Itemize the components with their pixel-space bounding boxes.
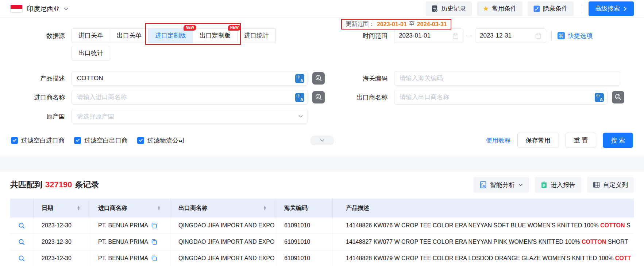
favorites-button[interactable]: ★ 常用条件 (477, 1, 522, 16)
cell-exporter: QINGDAO JIFA IMPORT AND EXPO (170, 234, 276, 250)
time-range-label: 时间范围 (321, 32, 394, 40)
origin-row: 原产国 请选择原产国 (0, 109, 321, 124)
quick-options-label: 快捷选项 (568, 32, 593, 40)
header-cell-empty (10, 199, 34, 218)
cell-importer: PT. BENUA PRIMA (90, 250, 170, 266)
advanced-search-button[interactable]: 高级搜索 (589, 1, 634, 16)
header-cell-hs-code: 海关编码 (276, 199, 333, 218)
hide-conditions-button[interactable]: 隐藏条件 (528, 1, 574, 16)
header-cell-product-desc: 产品描述 (333, 199, 634, 218)
fuzzy-search-toggle[interactable] (612, 91, 624, 103)
star-icon: ★ (483, 5, 489, 12)
cell-hs-code: 61091010 (276, 234, 333, 250)
smart-analysis-button[interactable]: BI 智能分析 (474, 177, 529, 193)
results-header: 共匹配到327190条记录 BI 智能分析 进入报告 自定义列 (10, 177, 634, 193)
exporter-row: 出口商名称 中A (321, 90, 644, 105)
search-button[interactable]: 搜 索 (603, 133, 633, 148)
tab-import-customs[interactable]: 进口关单 (72, 28, 110, 43)
filter-panel: 数据源 进口关单 出口关单 进口定制版NEW 出口定制版NEW 进口统计 出口统… (0, 17, 644, 148)
checkbox-filter-blank-importer[interactable]: 过滤空白进口商 (11, 136, 65, 145)
cell-exporter: QINGDAO JIFA IMPORT AND EXPO (170, 218, 276, 234)
product-desc-input[interactable] (72, 71, 308, 86)
origin-select[interactable]: 请选择原产国 (72, 109, 308, 124)
report-icon (541, 181, 547, 188)
product-desc-row: 产品描述 中A (0, 71, 321, 86)
sort-toggle[interactable]: ▲▼ (157, 206, 161, 211)
importer-input[interactable] (72, 90, 308, 105)
keyword-highlight: COTT (615, 255, 631, 261)
checkbox-filter-logistics[interactable]: 过滤物流公司 (137, 136, 185, 145)
date-dash: — (466, 32, 472, 39)
tab-import-statistics[interactable]: 进口统计 (237, 28, 276, 43)
data-source-label: 数据源 (0, 32, 72, 40)
checkbox-filter-blank-exporter[interactable]: 过滤空白出口商 (74, 136, 128, 145)
cell-importer: PT. BENUA PRIMA (90, 234, 170, 250)
copy-icon[interactable] (151, 255, 157, 261)
country-name: 印度尼西亚 (27, 4, 60, 13)
translate-icon[interactable]: 中A (295, 93, 304, 102)
checkbox-checked-icon (11, 137, 18, 144)
indonesia-flag-icon (10, 5, 23, 13)
keyword-highlight: COTTON (600, 222, 625, 228)
favorites-label: 常用条件 (492, 4, 517, 13)
time-end-input[interactable]: 2023-12-31 (475, 28, 546, 43)
collapse-filters-pill[interactable] (310, 136, 334, 145)
tab-export-customs[interactable]: 出口关单 (110, 28, 149, 43)
table-header-row: 日期 ▲▼ 进口商名称 ▲▼ 出口商名称 ▲▼ 海关编码 产品描述 (10, 199, 634, 218)
record-summary: 共匹配到327190条记录 (10, 179, 99, 190)
row-detail-magnifier-icon[interactable] (18, 222, 25, 229)
origin-label: 原产国 (0, 112, 72, 121)
hs-code-input[interactable] (394, 71, 620, 86)
save-common-button[interactable]: 保存常用 (517, 133, 559, 148)
history-button[interactable]: 历史记录 (426, 1, 472, 16)
tab-import-custom-edition[interactable]: 进口定制版NEW (148, 28, 193, 43)
country-selector[interactable]: 印度尼西亚 (27, 4, 69, 13)
cell-date: 2023-12-30 (34, 250, 90, 266)
data-source-row: 数据源 进口关单 出口关单 进口定制版NEW 出口定制版NEW 进口统计 (0, 28, 321, 43)
copy-icon[interactable] (151, 239, 157, 245)
translate-icon[interactable]: 中A (295, 74, 304, 83)
exporter-label: 出口商名称 (321, 93, 394, 102)
filter-bottom-row: 过滤空白进口商 过滤空白出口商 过滤物流公司 使用教程 保存常用 重 置 搜 索 (0, 132, 644, 148)
chevron-down-icon (320, 138, 325, 143)
update-range-to: 至 (409, 20, 415, 28)
data-source-tabs: 进口关单 出口关单 进口定制版NEW 出口定制版NEW 进口统计 (72, 28, 276, 43)
quick-options-button[interactable]: ⌘ 快捷选项 (558, 32, 593, 40)
cell-importer: PT. BENUA PRIMA (90, 218, 170, 234)
enter-report-button[interactable]: 进入报告 (535, 177, 581, 193)
chevron-down-icon (298, 114, 303, 119)
fuzzy-magnifier-icon (614, 93, 622, 101)
calendar-icon (535, 33, 541, 39)
sort-toggle[interactable]: ▲▼ (263, 206, 266, 211)
row-detail-magnifier-icon[interactable] (18, 255, 25, 262)
row-detail-magnifier-icon[interactable] (18, 239, 25, 246)
chevron-down-icon (63, 6, 69, 11)
columns-icon (593, 181, 600, 188)
quick-options-icon: ⌘ (558, 32, 565, 39)
tutorial-link[interactable]: 使用教程 (486, 136, 511, 145)
sort-toggle[interactable]: ▲▼ (77, 206, 80, 211)
update-range-end: 2024-03-31 (417, 21, 447, 28)
chevron-right-icon (623, 6, 627, 11)
advanced-search-label: 高级搜索 (595, 4, 620, 13)
calendar-icon (452, 33, 459, 39)
time-range-row: 时间范围 2023-01-01 — 2023-12-31 ⌘ 快捷选项 (321, 28, 644, 43)
table-row: 2023-12-30 PT. BENUA PRIMA QINGDAO JIFA … (10, 250, 634, 266)
exporter-input[interactable] (394, 90, 608, 105)
table-row: 2023-12-30 PT. BENUA PRIMA QINGDAO JIFA … (10, 234, 634, 250)
history-label: 历史记录 (441, 4, 466, 13)
hs-code-label: 海关编码 (321, 74, 394, 83)
hs-code-row: 海关编码 (321, 71, 644, 86)
update-range-box: 更新范围： 2023-01-01 至 2024-03-31 (341, 19, 451, 30)
translate-icon[interactable]: 中A (595, 93, 604, 102)
topbar-divider (581, 4, 581, 13)
update-range-label: 更新范围： (346, 20, 375, 28)
reset-button[interactable]: 重 置 (566, 133, 597, 148)
copy-icon[interactable] (151, 223, 157, 228)
tab-export-statistics[interactable]: 出口统计 (72, 46, 110, 60)
enter-report-label: 进入报告 (551, 181, 575, 189)
time-start-input[interactable]: 2023-01-01 (394, 28, 463, 43)
custom-columns-button[interactable]: 自定义列 (587, 177, 634, 193)
tab-export-custom-edition[interactable]: 出口定制版NEW (193, 28, 238, 43)
new-badge: NEW (228, 25, 241, 31)
